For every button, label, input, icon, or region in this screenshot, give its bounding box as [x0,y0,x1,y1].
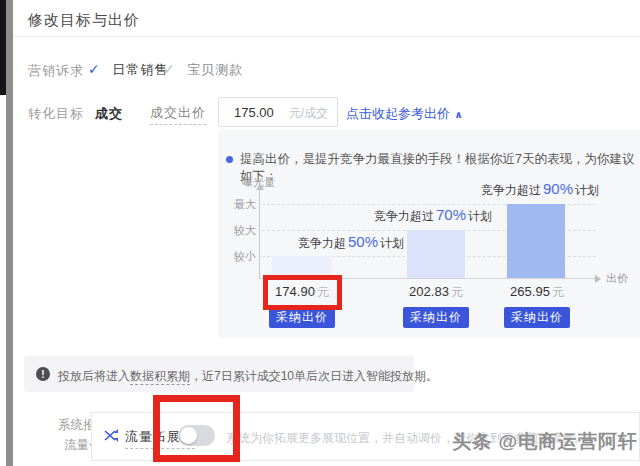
annotation-box-price [263,275,342,310]
tip-bullet-icon [226,156,233,163]
option-label-daily-sales: 日常销售 [112,62,168,77]
check-icon: ✓ [163,61,175,77]
check-icon: ✓ [88,61,100,77]
bid-term-label[interactable]: 成交出价 [150,104,206,125]
y-axis-line [259,190,260,278]
chevron-up-icon: ∧ [454,109,462,120]
adopt-bid-button-50[interactable]: 采纳出价 [269,307,335,328]
x-axis-arrow-icon [595,275,601,283]
adopt-bid-button-70[interactable]: 采纳出价 [403,307,469,328]
collapse-reference-link[interactable]: 点击收起参考出价 ∧ [346,104,463,123]
adopt-bid-button-90[interactable]: 采纳出价 [504,307,570,328]
suggested-price-70: 202.83元 [381,284,491,301]
conversion-target-label: 转化目标 [28,105,84,123]
plan-label-90: 竞争力超过90%计划 [481,180,599,199]
bar-plan-90 [507,204,565,278]
page-title: 修改目标与出价 [28,11,140,30]
header-divider [13,36,640,37]
shuffle-icon [104,429,119,442]
conversion-value: 成交 [95,105,123,123]
plan-label-70: 竞争力超过70%计划 [374,206,492,225]
y-tick-smaller: 较小 [222,249,256,264]
window-edge-gray [6,0,13,466]
chart-x-axis-label: 出价 [606,271,628,286]
marketing-demand-label: 营销诉求 [28,62,84,80]
suggested-price-90: 265.95元 [482,284,592,301]
watermark: 头条 @电商运营阿轩 [452,429,638,455]
y-tick-max: 最大 [222,197,256,212]
y-tick-larger: 较大 [222,223,256,238]
option-daily-sales[interactable]: ✓ 日常销售 [88,60,168,79]
option-label-item-test: 宝贝测款 [187,62,243,77]
bar-plan-70 [407,230,465,278]
y-axis-arrow-icon [256,184,264,190]
bid-edit-dialog: 修改目标与出价 营销诉求 ✓ 日常销售 ✓ 宝贝测款 转化目标 成交 成交出价 … [0,0,640,466]
info-icon: ! [36,367,50,381]
note-text: 投放后将进入数据积累期，近7日累计成交10单后次日进入智能投放期。 [58,368,438,385]
annotation-box-toggle [153,395,240,462]
option-item-test[interactable]: ✓ 宝贝测款 [163,60,243,79]
plan-label-50: 竞争力超50%计划 [298,233,404,252]
bid-unit: 元/成交 [289,105,328,122]
bid-input-box: 元/成交 [218,97,338,127]
